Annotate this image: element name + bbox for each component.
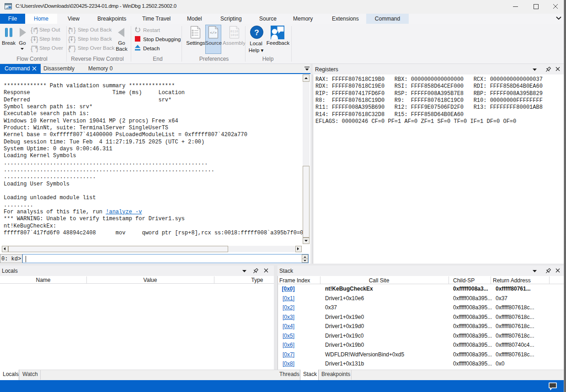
svg-text:</>: </>	[210, 31, 217, 35]
svg-text:}: }	[74, 45, 76, 52]
svg-text:?: ?	[254, 28, 259, 37]
svg-text:{: {	[31, 36, 33, 43]
svg-text:}: }	[36, 45, 38, 52]
svg-text:}: }	[36, 36, 38, 43]
svg-text:0110: 0110	[230, 30, 238, 33]
svg-text:{: {	[68, 36, 70, 43]
svg-text:{: {	[31, 26, 33, 34]
svg-text:{: {	[68, 26, 70, 34]
svg-text:}: }	[74, 26, 76, 34]
svg-text:}: }	[74, 36, 76, 43]
svg-text:}: }	[36, 26, 38, 34]
svg-text:1010: 1010	[230, 33, 238, 37]
svg-text:{: {	[68, 45, 70, 52]
